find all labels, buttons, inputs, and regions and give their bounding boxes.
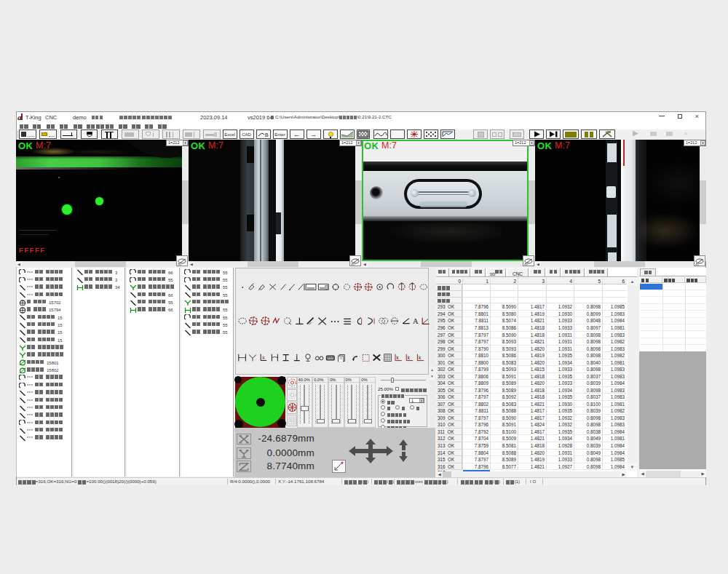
svg-text:k: k [419, 355, 422, 360]
svg-text:k: k [263, 355, 266, 360]
svg-text:B: B [265, 132, 269, 137]
svg-text:k: k [397, 355, 400, 360]
svg-text:k: k [408, 355, 411, 360]
svg-text:A: A [413, 317, 419, 325]
